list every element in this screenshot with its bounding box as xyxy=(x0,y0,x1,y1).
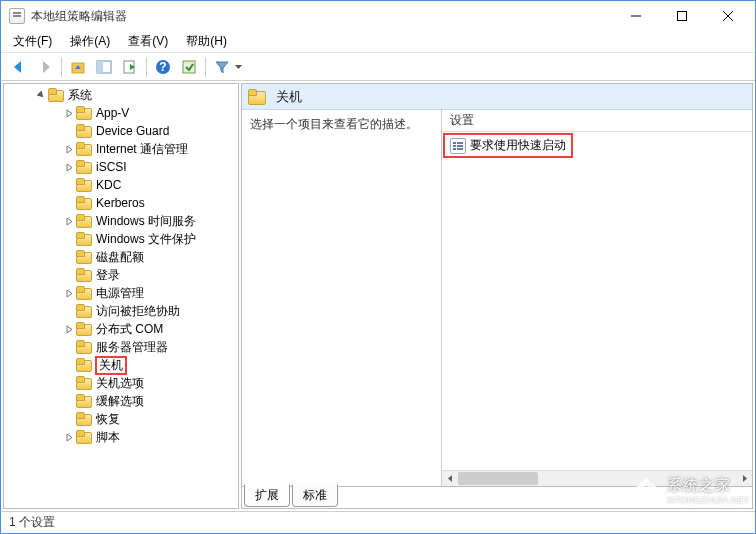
properties-button[interactable] xyxy=(177,55,201,79)
tree-node[interactable]: 关机 xyxy=(4,356,238,374)
setting-item[interactable]: 要求使用快速启动 xyxy=(446,136,570,155)
expand-icon[interactable] xyxy=(62,430,76,444)
scroll-left-button[interactable] xyxy=(442,471,458,486)
svg-rect-3 xyxy=(97,61,103,73)
expander-placeholder xyxy=(62,358,76,372)
filter-dropdown[interactable] xyxy=(234,65,242,69)
tree-node-label: Windows 时间服务 xyxy=(96,213,196,230)
tree-node-label: 恢复 xyxy=(96,411,120,428)
tree-node-label: 登录 xyxy=(96,267,120,284)
tab-extended[interactable]: 扩展 xyxy=(244,484,290,507)
tab-standard[interactable]: 标准 xyxy=(292,484,338,507)
tree-node-label: 访问被拒绝协助 xyxy=(96,303,180,320)
folder-icon xyxy=(76,322,92,336)
status-text: 1 个设置 xyxy=(9,514,55,531)
expander-placeholder xyxy=(62,394,76,408)
folder-icon xyxy=(76,124,92,138)
tree-node[interactable]: App-V xyxy=(4,104,238,122)
statusbar: 1 个设置 xyxy=(1,511,755,533)
export-list-button[interactable] xyxy=(118,55,142,79)
help-button[interactable]: ? xyxy=(151,55,175,79)
settings-column: 设置 要求使用快速启动 xyxy=(442,110,752,486)
show-hide-tree-button[interactable] xyxy=(92,55,116,79)
description-prompt: 选择一个项目来查看它的描述。 xyxy=(250,116,433,133)
folder-icon xyxy=(76,412,92,426)
tree-node-label: 缓解选项 xyxy=(96,393,144,410)
tree-node[interactable]: 系统 xyxy=(4,86,238,104)
tree-node[interactable]: 访问被拒绝协助 xyxy=(4,302,238,320)
menu-view[interactable]: 查看(V) xyxy=(120,31,176,52)
menu-file[interactable]: 文件(F) xyxy=(5,31,60,52)
tree-node[interactable]: 缓解选项 xyxy=(4,392,238,410)
expander-placeholder xyxy=(62,376,76,390)
expand-icon[interactable] xyxy=(62,286,76,300)
details-header: 关机 xyxy=(242,84,752,110)
tree-node-label: 关机选项 xyxy=(96,375,144,392)
content-area: 系统App-VDevice GuardInternet 通信管理iSCSIKDC… xyxy=(1,81,755,511)
tree-scroll[interactable]: 系统App-VDevice GuardInternet 通信管理iSCSIKDC… xyxy=(4,84,238,508)
tree-node-label: App-V xyxy=(96,106,129,120)
tree-node-label: Kerberos xyxy=(96,196,145,210)
scrollbar-thumb[interactable] xyxy=(458,472,538,485)
expander-placeholder xyxy=(62,268,76,282)
tree-node[interactable]: 登录 xyxy=(4,266,238,284)
scroll-right-button[interactable] xyxy=(736,471,752,486)
menu-help[interactable]: 帮助(H) xyxy=(178,31,235,52)
collapse-icon[interactable] xyxy=(34,88,48,102)
minimize-button[interactable] xyxy=(613,1,659,31)
menu-action[interactable]: 操作(A) xyxy=(62,31,118,52)
horizontal-scrollbar[interactable] xyxy=(442,470,752,486)
tree-node-label: 脚本 xyxy=(96,429,120,446)
expander-placeholder xyxy=(62,340,76,354)
back-button[interactable] xyxy=(7,55,31,79)
tree-node[interactable]: 服务器管理器 xyxy=(4,338,238,356)
folder-icon xyxy=(48,88,64,102)
maximize-button[interactable] xyxy=(659,1,705,31)
svg-text:?: ? xyxy=(159,60,166,74)
folder-icon xyxy=(76,286,92,300)
policy-icon xyxy=(450,138,466,154)
tree-node-label: 磁盘配额 xyxy=(96,249,144,266)
tree-node-label: Internet 通信管理 xyxy=(96,141,188,158)
tree-node[interactable]: iSCSI xyxy=(4,158,238,176)
expander-placeholder xyxy=(62,250,76,264)
titlebar: 本地组策略编辑器 xyxy=(1,1,755,31)
tree-node-label: KDC xyxy=(96,178,121,192)
expander-placeholder xyxy=(62,412,76,426)
tree-node[interactable]: Kerberos xyxy=(4,194,238,212)
tree-node[interactable]: Device Guard xyxy=(4,122,238,140)
close-button[interactable] xyxy=(705,1,751,31)
tree-node-label: 分布式 COM xyxy=(96,321,163,338)
tree-node[interactable]: Windows 时间服务 xyxy=(4,212,238,230)
toolbar-separator xyxy=(205,57,206,77)
expand-icon[interactable] xyxy=(62,160,76,174)
details-pane: 关机 选择一个项目来查看它的描述。 设置 要求使用快速启动 xyxy=(241,83,753,509)
up-button[interactable] xyxy=(66,55,90,79)
toolbar: ? xyxy=(1,53,755,81)
settings-column-header[interactable]: 设置 xyxy=(442,110,752,132)
expand-icon[interactable] xyxy=(62,214,76,228)
scrollbar-track[interactable] xyxy=(458,471,736,486)
tree-node[interactable]: 磁盘配额 xyxy=(4,248,238,266)
tree-node[interactable]: 分布式 COM xyxy=(4,320,238,338)
tree-node[interactable]: KDC xyxy=(4,176,238,194)
tree-node[interactable]: 脚本 xyxy=(4,428,238,446)
window-title: 本地组策略编辑器 xyxy=(31,8,613,25)
tree-node[interactable]: 电源管理 xyxy=(4,284,238,302)
expand-icon[interactable] xyxy=(62,322,76,336)
tree-node[interactable]: 恢复 xyxy=(4,410,238,428)
tree: 系统App-VDevice GuardInternet 通信管理iSCSIKDC… xyxy=(4,84,238,466)
forward-button[interactable] xyxy=(33,55,57,79)
tree-node[interactable]: 关机选项 xyxy=(4,374,238,392)
folder-icon xyxy=(76,394,92,408)
svg-rect-0 xyxy=(678,12,687,21)
folder-icon xyxy=(76,250,92,264)
folder-icon xyxy=(76,232,92,246)
expand-icon[interactable] xyxy=(62,142,76,156)
tree-node[interactable]: Windows 文件保护 xyxy=(4,230,238,248)
filter-button[interactable] xyxy=(210,55,234,79)
folder-icon xyxy=(76,358,92,372)
expand-icon[interactable] xyxy=(62,106,76,120)
menubar: 文件(F) 操作(A) 查看(V) 帮助(H) xyxy=(1,31,755,53)
tree-node[interactable]: Internet 通信管理 xyxy=(4,140,238,158)
